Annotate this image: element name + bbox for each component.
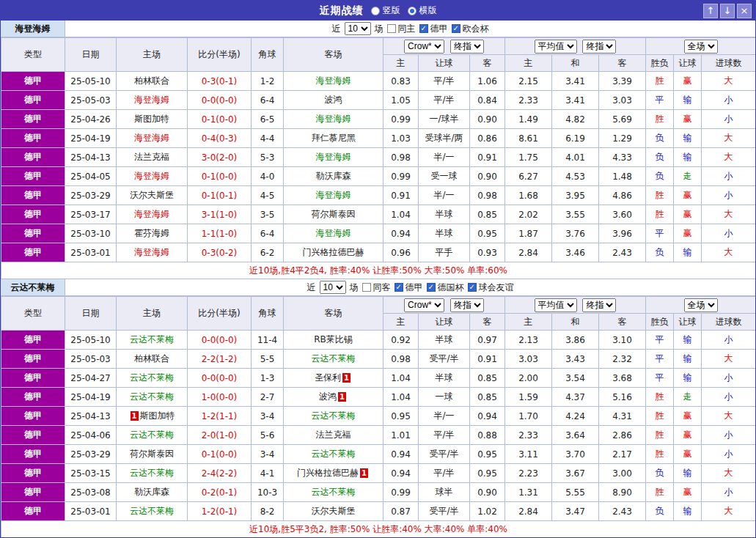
filter-checkbox[interactable]: 德甲 <box>419 23 448 35</box>
handicap-home-odds-cell: 0.94 <box>383 224 419 243</box>
handicap-away-odds-cell: 0.91 <box>470 350 505 369</box>
away-team-cell: 云达不莱梅 <box>284 407 383 426</box>
handicap-home-odds-cell: 1.03 <box>383 129 419 148</box>
team-name: 波鸿 <box>319 391 337 402</box>
team-name: 云达不莱梅 <box>312 487 356 497</box>
close-button[interactable]: × <box>737 4 752 18</box>
final-odds-select[interactable]: 终指 <box>450 40 484 54</box>
wdl-result-cell: 胜 <box>646 110 674 129</box>
corners-cell: 8-2 <box>252 502 284 521</box>
scope-select[interactable]: 全场 <box>684 298 718 312</box>
move-down-button[interactable]: ↓ <box>720 4 735 18</box>
col-odds-home: 主 <box>383 55 419 72</box>
recent-count-select[interactable]: 10 <box>320 281 346 294</box>
handicap-home-odds-cell: 0.99 <box>383 483 419 502</box>
filter-checkbox[interactable]: 同主 <box>387 23 416 35</box>
wdl-result-cell: 负 <box>646 464 674 483</box>
handicap-result-cell: 赢 <box>674 426 702 445</box>
away-team-cell: 拜仁慕尼黑 <box>284 129 383 148</box>
team-name: 海登海姆 <box>134 247 169 257</box>
section-summary: 近10场,胜5平3负2, 胜率:50% 让胜率:40% 大率:40% 单率:40… <box>1 521 756 538</box>
handicap-line-cell: 一/球半 <box>419 110 470 129</box>
final-odds-select[interactable]: 终指 <box>582 298 616 312</box>
wdl-result-cell: 负 <box>646 167 674 186</box>
bookmaker-select[interactable]: Crow* <box>404 40 444 54</box>
avg-home-odds-cell: 2.00 <box>505 369 552 388</box>
average-odds-group: 平均值 终指 <box>505 38 646 55</box>
filter-checkbox[interactable]: 德甲 <box>394 281 423 294</box>
handicap-result-cell: 赢 <box>674 224 702 243</box>
league-cell: 德甲 <box>1 464 65 483</box>
handicap-home-odds-cell: 1.04 <box>383 369 419 388</box>
average-select[interactable]: 平均值 <box>535 40 577 54</box>
team-name: 海登海姆 <box>134 171 169 181</box>
checkbox-icon <box>362 283 371 292</box>
handicap-away-odds-cell: 0.85 <box>470 388 505 407</box>
home-team-cell: 法兰克福 <box>117 148 188 167</box>
away-team-cell: 海登海姆 <box>284 72 383 91</box>
wdl-result-cell: 胜 <box>646 483 674 502</box>
handicap-home-odds-cell: 0.83 <box>383 72 419 91</box>
corners-cell: 4-5 <box>252 186 284 205</box>
date-cell: 25-03-08 <box>65 483 117 502</box>
col-odds-line: 让球 <box>419 314 470 331</box>
layout-horizontal-radio[interactable]: 横版 <box>408 4 437 17</box>
score-cell: 0-1(0-1) <box>188 186 252 205</box>
handicap-result-cell: 输 <box>674 369 702 388</box>
avg-home-odds-cell: 2.15 <box>505 72 552 91</box>
summary-row: 近10场,胜5平3负2, 胜率:50% 让胜率:40% 大率:40% 单率:40… <box>1 521 756 538</box>
match-row: 德甲25-04-19云达不莱梅1-0(0-0)2-7波鸿11.04一球0.851… <box>1 388 756 407</box>
move-up-button[interactable]: ↑ <box>703 4 718 18</box>
corners-cell: 6-5 <box>252 110 284 129</box>
final-odds-select[interactable]: 终指 <box>582 40 616 54</box>
handicap-away-odds-cell: 1.02 <box>470 502 505 521</box>
avg-away-odds-cell: 2.43 <box>599 243 646 262</box>
league-cell: 德甲 <box>1 148 65 167</box>
corners-cell: 3-5 <box>252 205 284 224</box>
wdl-result-cell: 平 <box>646 331 674 350</box>
goals-result-cell: 大 <box>702 148 756 167</box>
radio-selected-icon <box>408 7 416 15</box>
handicap-result-cell: 输 <box>674 243 702 262</box>
score-cell: 0-4(0-3) <box>188 129 252 148</box>
avg-home-odds-cell: 6.27 <box>505 167 552 186</box>
layout-vertical-radio[interactable]: 竖版 <box>371 4 400 17</box>
avg-home-odds-cell: 1.68 <box>505 186 552 205</box>
wdl-result-cell: 负 <box>646 243 674 262</box>
team-name: 法兰克福 <box>134 152 169 162</box>
away-team-cell: 云达不莱梅 <box>284 483 383 502</box>
league-cell: 德甲 <box>1 243 65 262</box>
date-cell: 25-05-10 <box>65 72 117 91</box>
score-cell: 0-2(0-1) <box>188 483 252 502</box>
final-odds-select[interactable]: 终指 <box>450 298 484 312</box>
bookmaker-select[interactable]: Crow* <box>404 298 444 312</box>
average-select[interactable]: 平均值 <box>535 298 577 312</box>
avg-home-odds-cell: 2.33 <box>505 91 552 110</box>
filter-checkbox[interactable]: 欧会杯 <box>452 23 489 35</box>
team-name: 云达不莱梅 <box>130 334 174 344</box>
handicap-away-odds-cell: 0.90 <box>470 167 505 186</box>
filters-bar: 近10场同客德甲德国杯球会友谊 <box>65 279 755 295</box>
avg-home-odds-cell: 8.61 <box>505 129 552 148</box>
filter-checkbox[interactable]: 德国杯 <box>427 281 464 294</box>
recent-results-panel: 近期战绩 竖版 横版 ↑ ↓ × 海登海姆 近10场同主德甲欧会杯 <box>0 0 756 538</box>
results-table: 类型 日期 主场 比分(半场) 角球 客场 Crow* 终指 平均值 终指 <box>1 37 756 279</box>
avg-draw-odds-cell: 3.95 <box>552 186 599 205</box>
handicap-home-odds-cell: 0.95 <box>383 407 419 426</box>
league-cell: 德甲 <box>1 110 65 129</box>
avg-home-odds-cell: 1.75 <box>505 148 552 167</box>
match-row: 德甲25-03-29荷尔斯泰因0-1(0-0)3-4云达不莱梅0.94受平/半0… <box>1 445 756 464</box>
filter-checkbox[interactable]: 同客 <box>362 281 391 294</box>
match-row: 德甲25-03-17海登海姆3-1(1-0)3-5荷尔斯泰因1.04半球0.85… <box>1 205 756 224</box>
team-name: 云达不莱梅 <box>130 468 174 478</box>
home-team-cell: 柏林联合 <box>117 72 188 91</box>
scope-select[interactable]: 全场 <box>684 40 718 54</box>
avg-home-odds-cell: 2.13 <box>505 331 552 350</box>
handicap-result-cell: 赢 <box>674 445 702 464</box>
filter-checkbox[interactable]: 球会友谊 <box>468 281 514 294</box>
goals-result-cell: 小 <box>702 91 756 110</box>
handicap-home-odds-cell: 0.98 <box>383 350 419 369</box>
home-team-cell: 勒沃库森 <box>117 483 188 502</box>
col-type: 类型 <box>1 38 65 72</box>
recent-count-select[interactable]: 10 <box>345 22 371 35</box>
